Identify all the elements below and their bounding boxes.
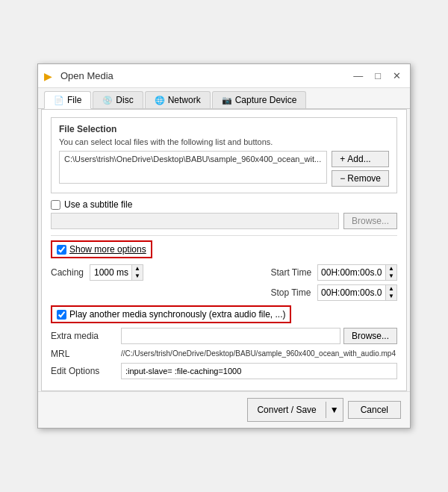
bottom-bar: Convert / Save ▼ Cancel [38,391,410,428]
edit-options-input[interactable] [121,363,397,379]
extra-media-input[interactable] [121,328,340,344]
caching-spinbox: ▲ ▼ [90,264,143,281]
caching-down-arrow[interactable]: ▼ [132,273,143,280]
stop-time-arrows: ▲ ▼ [385,285,396,300]
tab-capture[interactable]: 📷 Capture Device [212,91,307,108]
start-time-label: Start Time [270,267,311,278]
open-media-dialog: ▶ Open Media — □ ✕ 📄 File 💿 Disc 🌐 Netwo… [37,63,411,429]
tab-disc[interactable]: 💿 Disc [93,91,143,108]
disc-tab-icon: 💿 [102,96,113,105]
stop-time-spinbox: ▲ ▼ [317,284,397,301]
network-tab-label: Network [168,95,201,105]
extra-media-label: Extra media [51,331,118,341]
convert-save-label: Convert / Save [248,402,325,418]
cancel-button[interactable]: Cancel [348,401,401,419]
network-tab-icon: 🌐 [155,96,165,105]
show-more-checkbox[interactable] [57,245,66,255]
mrl-label: MRL [51,349,118,359]
stop-time-up-arrow[interactable]: ▲ [386,285,396,293]
start-time-down-arrow[interactable]: ▼ [386,273,396,280]
caching-label: Caching [51,267,84,278]
file-path-text: C:\Users\trish\OneDrive\Desktop\BABU\sam… [64,155,321,164]
file-action-buttons: + Add... − Remove [332,151,389,187]
file-list-area: C:\Users\trish\OneDrive\Desktop\BABU\sam… [59,151,327,184]
stop-time-input[interactable] [318,286,385,299]
sync-label: Play another media synchronously (extra … [69,309,285,320]
add-icon: + [340,154,345,164]
minimize-button[interactable]: — [350,71,366,81]
subtitle-input[interactable] [51,213,339,229]
subtitle-browse-row: Browse... [51,213,397,229]
file-selection-section: File Selection You can select local file… [51,117,397,193]
subtitle-browse-button[interactable]: Browse... [343,213,397,229]
sync-checkbox[interactable] [57,310,66,320]
window-title: Open Media [60,70,350,81]
start-time-input[interactable] [318,266,385,279]
subtitle-label: Use a subtitle file [64,199,132,210]
show-more-options-box: Show more options [51,240,152,258]
main-content: File Selection You can select local file… [41,109,407,391]
file-selection-desc: You can select local files with the foll… [59,137,389,146]
minus-icon: − [340,173,345,184]
capture-tab-icon: 📷 [222,96,232,105]
start-time-arrows: ▲ ▼ [385,265,396,280]
mrl-value: //C:/Users/trish/OneDrive/Desktop/BABU/s… [121,348,397,359]
title-bar: ▶ Open Media — □ ✕ [38,64,410,88]
start-time-spinbox: ▲ ▼ [317,264,397,281]
tab-network[interactable]: 🌐 Network [145,91,211,108]
remove-file-button[interactable]: − Remove [332,170,389,187]
add-file-button[interactable]: + Add... [332,151,389,167]
extra-media-row: Extra media Browse... [51,328,397,344]
mrl-row: MRL //C:/Users/trish/OneDrive/Desktop/BA… [51,348,397,359]
maximize-button[interactable]: □ [372,71,384,81]
subtitle-checkbox[interactable] [51,200,60,210]
tab-file[interactable]: 📄 File [44,91,91,109]
add-label: Add... [347,154,370,164]
vlc-icon: ▶ [44,70,56,82]
caching-arrows: ▲ ▼ [131,265,143,280]
divider-1 [51,235,397,236]
window-controls: — □ ✕ [350,71,404,81]
file-tab-icon: 📄 [54,96,64,105]
disc-tab-label: Disc [116,95,133,105]
caching-input[interactable] [90,266,131,279]
extra-media-browse-button[interactable]: Browse... [343,328,397,344]
file-list-row: C:\Users\trish\OneDrive\Desktop\BABU\sam… [59,151,389,187]
subtitle-checkbox-row: Use a subtitle file [51,199,397,210]
convert-save-button[interactable]: Convert / Save ▼ [247,398,343,422]
tab-bar: 📄 File 💿 Disc 🌐 Network 📷 Capture Device [38,88,410,109]
stop-time-down-arrow[interactable]: ▼ [386,293,396,300]
edit-options-label: Edit Options [51,366,118,376]
stop-time-label: Stop Time [270,287,311,298]
file-tab-label: File [67,95,81,105]
close-button[interactable]: ✕ [390,71,404,81]
start-time-up-arrow[interactable]: ▲ [386,265,396,273]
file-selection-title: File Selection [59,124,389,134]
sync-checkbox-box: Play another media synchronously (extra … [51,305,291,323]
convert-arrow-icon[interactable]: ▼ [326,402,343,418]
caching-up-arrow[interactable]: ▲ [132,265,143,273]
options-row: Caching ▲ ▼ Start Time ▲ ▼ Stop Time [51,264,397,301]
remove-label: Remove [347,173,381,184]
capture-tab-label: Capture Device [235,95,297,105]
show-more-label-text: Show more options [69,244,146,255]
edit-options-row: Edit Options [51,363,397,379]
show-more-label: Show more options [69,244,146,255]
